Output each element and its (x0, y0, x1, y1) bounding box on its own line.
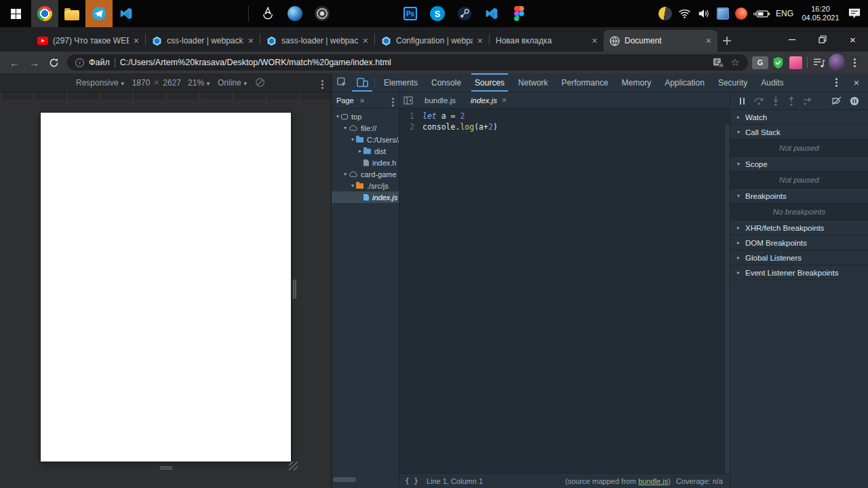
device-height-input[interactable]: 2627 (163, 78, 181, 88)
profile-avatar[interactable] (829, 54, 845, 71)
scrollbar-thumb[interactable] (333, 477, 356, 482)
browser-tab-4[interactable]: Configuration | webpac× (375, 30, 489, 52)
taskbar-file-explorer-button[interactable] (58, 0, 85, 27)
language-indicator[interactable]: ENG (776, 9, 793, 18)
taskbar-chrome-button[interactable] (31, 0, 58, 27)
section-header[interactable]: ▾Scope (730, 157, 868, 171)
chrome-menu-button[interactable] (846, 62, 863, 64)
navigator-menu-button[interactable] (392, 96, 394, 105)
device-toolbar-menu[interactable] (321, 78, 323, 88)
pause-script-button[interactable] (738, 97, 746, 105)
page-info-icon[interactable] (75, 58, 84, 67)
back-button[interactable]: ← (5, 54, 24, 72)
tab-close-icon[interactable]: × (592, 36, 597, 45)
battery-icon[interactable] (753, 10, 770, 18)
expander-open-icon[interactable]: ▾ (342, 171, 349, 177)
expander-open-icon[interactable]: ▾ (342, 125, 349, 131)
device-width-input[interactable]: 1870 (132, 78, 151, 88)
clock[interactable]: 16:20 04.05.2021 (800, 5, 842, 22)
viewport-resize-handle-corner[interactable] (289, 462, 298, 470)
browser-tab-5[interactable]: Новая вкладка× (490, 30, 604, 52)
expander-open-icon[interactable]: ▾ (349, 136, 356, 143)
taskbar-speaker-app-button[interactable] (309, 0, 336, 27)
window-close-button[interactable]: × (837, 27, 868, 52)
devtools-tab-elements[interactable]: Elements (377, 73, 425, 92)
tree-item-card-game[interactable]: ▾card-game (332, 168, 399, 180)
taskbar-cinema4d-button[interactable] (281, 0, 309, 27)
step-button[interactable] (803, 96, 813, 105)
forward-button[interactable]: → (25, 54, 43, 72)
step-out-button[interactable] (787, 96, 795, 106)
devtools-menu-button[interactable] (826, 81, 846, 83)
tree-item--src-js[interactable]: ▾./src/js (332, 180, 399, 191)
taskbar-photoshop-button[interactable]: Ps (397, 0, 424, 27)
browser-tab-3[interactable]: sass-loader | webpack× (260, 30, 374, 52)
expander-closed-icon[interactable]: ▸ (357, 148, 363, 154)
start-button[interactable] (0, 0, 31, 27)
tray-app-orange-icon[interactable] (735, 7, 747, 20)
window-restore-button[interactable] (807, 27, 837, 52)
wifi-icon[interactable] (678, 8, 691, 19)
notifications-icon[interactable] (848, 7, 861, 20)
devtools-tab-sources[interactable]: Sources (468, 73, 511, 92)
browser-tab-2[interactable]: css-loader | webpack× (146, 30, 260, 52)
extension-pink-button[interactable] (787, 56, 804, 69)
editor-vscrollbar[interactable] (724, 125, 730, 473)
tree-item-top[interactable]: ▾top (332, 111, 399, 122)
pretty-print-button[interactable]: { } (405, 476, 418, 485)
address-bar[interactable]: Файл C:/Users/Artem%20krasava/Desktop/WO… (67, 54, 748, 71)
devtools-close-button[interactable]: × (849, 77, 864, 88)
tree-item-file-[interactable]: ▾file:// (332, 122, 399, 134)
extension-shield-button[interactable] (770, 56, 786, 69)
step-over-button[interactable] (753, 96, 764, 105)
expander-open-icon[interactable]: ▾ (349, 183, 356, 189)
devtools-tab-security[interactable]: Security (711, 73, 754, 92)
viewport-resize-handle-right[interactable] (293, 280, 296, 299)
translate-icon[interactable] (713, 57, 724, 69)
browser-tab-1[interactable]: (297) Что такое WEBPA× (31, 30, 145, 52)
devtools-tab-application[interactable]: Application (658, 73, 711, 92)
tab-close-icon[interactable]: × (502, 96, 507, 105)
taskbar-figma-button[interactable] (505, 0, 532, 27)
rendered-page[interactable] (41, 113, 291, 462)
editor-tab-bundle-js[interactable]: bundle.js (417, 92, 463, 108)
expander-open-icon[interactable]: ▾ (334, 113, 341, 119)
zoom-select[interactable]: 21%▼ (188, 78, 211, 88)
editor-tab-index-js[interactable]: index.js× (463, 92, 514, 108)
tab-close-icon[interactable]: × (477, 36, 483, 45)
rotate-viewport-icon[interactable] (255, 77, 265, 88)
navigator-tab-page[interactable]: Page (336, 96, 354, 105)
device-toolbar-toggle[interactable] (352, 73, 372, 92)
devtools-tab-console[interactable]: Console (425, 73, 468, 92)
throttle-select[interactable]: Online▼ (218, 78, 248, 88)
tab-close-icon[interactable]: × (248, 36, 254, 45)
tab-close-icon[interactable]: × (134, 36, 139, 45)
section-header[interactable]: ▸Watch (730, 110, 868, 124)
bookmark-star-icon[interactable]: ☆ (731, 56, 740, 69)
taskbar-skype-button[interactable]: S (424, 0, 451, 27)
url-text[interactable]: C:/Users/Artem%20krasava/Desktop/WORK/ma… (120, 58, 708, 67)
tree-item-dist[interactable]: ▸dist (332, 145, 399, 157)
device-preset-select[interactable]: Responsive▼ (76, 78, 125, 88)
section-header[interactable]: ▸XHR/fetch Breakpoints (730, 221, 868, 235)
media-controls-button[interactable] (811, 58, 827, 68)
extension-g-button[interactable]: G (752, 56, 768, 69)
section-header[interactable]: ▸Event Listener Breakpoints (730, 265, 868, 280)
navigator-hscrollbar[interactable] (333, 477, 397, 482)
tab-close-icon[interactable]: × (706, 36, 711, 45)
section-header[interactable]: ▾Call Stack (730, 125, 868, 139)
viewport-resize-handle-bottom[interactable] (160, 466, 172, 470)
source-map-link[interactable]: bundle.js (638, 477, 668, 485)
theme-tray-icon[interactable] (658, 7, 672, 20)
new-tab-button[interactable] (717, 30, 736, 52)
tree-item-index-h[interactable]: index.h (332, 157, 399, 168)
deactivate-breakpoints-button[interactable] (831, 96, 842, 105)
section-header[interactable]: ▸DOM Breakpoints (730, 236, 868, 250)
window-minimize-button[interactable] (776, 27, 807, 52)
tab-close-icon[interactable]: × (363, 36, 368, 45)
code-editor[interactable]: 12 let a = 2console.log(a+2) (399, 109, 730, 473)
taskbar-telegram-button[interactable] (85, 0, 113, 27)
devtools-tab-audits[interactable]: Audits (754, 73, 790, 92)
step-into-button[interactable] (772, 96, 780, 106)
devtools-tab-network[interactable]: Network (511, 73, 555, 92)
